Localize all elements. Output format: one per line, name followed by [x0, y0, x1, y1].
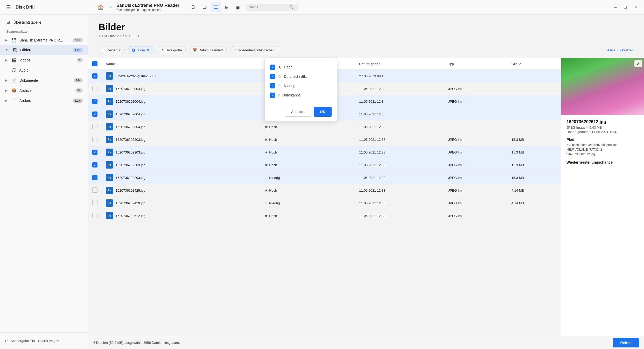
cancel-button[interactable]: Abbruch: [285, 107, 311, 117]
ok-button[interactable]: OK: [314, 107, 332, 117]
minimize-button[interactable]: ─: [611, 4, 619, 11]
file-name: 1620736202203.jpg: [116, 138, 145, 142]
table-row: Ps 1620736202203.jpg ★ Hoch 11.05.2021 1…: [88, 159, 561, 171]
filter-dateigrösse-button[interactable]: 🗋 Dateigröße: [157, 46, 186, 54]
sidebar-item-audio[interactable]: 🎵 Audio: [0, 65, 88, 75]
sandisk-label: SanDisk Extreme PRO R...: [19, 38, 70, 42]
filter-bilder-button[interactable]: 🖼 Bilder ✕: [128, 46, 153, 54]
videos-label: Videos: [19, 58, 74, 62]
status-check-icon: ✓: [110, 5, 113, 9]
checkbox-hoch[interactable]: ✓: [270, 65, 275, 70]
home-button[interactable]: 🏠: [95, 3, 106, 11]
recovery-dropdown: ✓ ★ Hoch ✓ ☆ Durchschnittlich ✓ ☆ Niedri…: [264, 58, 337, 121]
select-all-header[interactable]: [88, 58, 102, 70]
row-checkbox-cell[interactable]: [88, 171, 102, 184]
row-checkbox-cell[interactable]: [88, 95, 102, 108]
filter-wiederherstellung-button[interactable]: ☆ Wiederherstellungschan...: [230, 46, 281, 54]
sidebar-item-overview[interactable]: ⊞ Übersichtstabelle: [0, 17, 88, 27]
row-checkbox-cell[interactable]: [88, 108, 102, 121]
row-checkbox[interactable]: [92, 137, 97, 142]
row-checkbox-cell[interactable]: [88, 197, 102, 210]
close-button[interactable]: ✕: [631, 4, 640, 11]
checkbox-unbekannt[interactable]: ✓: [270, 93, 275, 98]
row-checkbox[interactable]: [92, 150, 97, 155]
sidebar-item-sandisk[interactable]: ▶ 💾 SanDisk Extreme PRO R... 3,7K: [0, 35, 88, 45]
list-view-button[interactable]: ☰: [211, 3, 221, 12]
explorer-icon: 🗁: [5, 339, 9, 343]
row-checkbox-cell[interactable]: [88, 159, 102, 171]
row-checkbox[interactable]: [92, 73, 97, 79]
row-name-cell: Ps 1620736202429.jpg: [102, 184, 260, 197]
row-recovery-cell: ★ Hoch: [260, 146, 355, 159]
show-in-explorer-button[interactable]: 🗁 Scanergebnis in Explorer zeigen: [5, 337, 59, 345]
row-checkbox[interactable]: [92, 187, 97, 193]
file-name: 1620736202004.jpg: [116, 100, 145, 103]
andere-badge: 1,1K: [73, 99, 83, 103]
grid-view-button[interactable]: ⊞: [222, 3, 232, 12]
row-checkbox[interactable]: [92, 99, 97, 104]
col-size-header[interactable]: Größe: [507, 58, 561, 70]
row-checkbox-cell[interactable]: [88, 146, 102, 159]
row-checkbox-cell[interactable]: [88, 82, 102, 95]
checkbox-durchschnittlich[interactable]: ✓: [270, 74, 275, 79]
reset-filters-link[interactable]: Alle zurücksetzen: [607, 48, 634, 52]
search-input[interactable]: [249, 5, 288, 9]
dropdown-row-niedrig[interactable]: ✓ ☆ Niedrig: [270, 81, 332, 90]
col-name-header[interactable]: Name ↓: [102, 58, 260, 70]
titlebar-center: 🏠 ✓ SanDisk Extreme PRO Reader Scan erfo…: [95, 3, 604, 12]
file-name: 1620736202004.jpg: [116, 87, 145, 91]
filter-datum-button[interactable]: 📅 Datum geändert: [189, 46, 227, 54]
folder-view-button[interactable]: 🗁: [200, 3, 210, 12]
panel-meta2: Datum geändert 11.05.2021 12:37: [566, 130, 639, 134]
dropdown-row-durchschnittlich[interactable]: ✓ ☆ Durchschnittlich: [270, 72, 332, 81]
row-checkbox-cell[interactable]: [88, 210, 102, 222]
row-date-cell: 11.05.2021 12:3: [355, 82, 444, 95]
file-view-button[interactable]: 🗋: [188, 3, 199, 12]
expand-icon-dokumente: ▶: [5, 79, 8, 82]
split-view-button[interactable]: ▣: [233, 3, 243, 12]
row-checkbox[interactable]: [92, 124, 97, 129]
sidebar-item-dokumente[interactable]: ▶ 📄 Dokumente 564: [0, 75, 88, 85]
sidebar-item-archive[interactable]: ▶ 📦 Archive 74: [0, 85, 88, 95]
row-checkbox-cell[interactable]: [88, 70, 102, 82]
col-type-header[interactable]: Typ: [444, 58, 507, 70]
dropdown-row-unbekannt[interactable]: ✓ ? Unbekannt: [270, 90, 332, 100]
row-checkbox-cell[interactable]: [88, 184, 102, 197]
other-icon: 📄: [11, 98, 17, 103]
row-checkbox[interactable]: [92, 213, 97, 218]
grid-icon: ⊞: [5, 20, 11, 25]
row-date-cell: 11.05.2021 12:38: [355, 197, 444, 210]
sidebar-item-videos[interactable]: ▶ 🎬 Videos 1: [0, 55, 88, 65]
checkbox-niedrig[interactable]: ✓: [270, 83, 275, 88]
dropdown-unbekannt-label: Unbekannt: [282, 93, 300, 97]
sidebar-footer: 🗁 Scanergebnis in Explorer zeigen: [0, 332, 88, 349]
dropdown-row-hoch[interactable]: ✓ ★ Hoch: [270, 62, 332, 72]
row-checkbox[interactable]: [92, 111, 97, 117]
view-toolbar: 🗋 🗁 ☰ ⊞ ▣: [188, 3, 243, 12]
status-text: 6 Dateien (59.0 MB) ausgewählt, 3656 Dat…: [93, 341, 180, 345]
row-name-cell: Ps 1620736202203.jpg: [102, 171, 260, 184]
col-date-header[interactable]: Datum geänd...: [355, 58, 444, 70]
row-recovery-cell: ☆ Niedrig: [260, 171, 355, 184]
maximize-button[interactable]: □: [621, 4, 629, 11]
hamburger-button[interactable]: ☰: [4, 3, 13, 11]
row-checkbox[interactable]: [92, 200, 97, 205]
sidebar-item-bilder[interactable]: ▼ 🖼 Bilder 1,9K: [0, 45, 88, 55]
row-size-cell: 4.14 MB: [507, 184, 561, 197]
row-checkbox[interactable]: [92, 162, 97, 167]
file-type-icon: Ps: [106, 149, 113, 156]
row-checkbox-cell[interactable]: [88, 121, 102, 133]
filter-show-button[interactable]: ☰ Zeigen ▾: [99, 46, 125, 54]
filter-dateigrösse-label: Dateigröße: [165, 48, 182, 52]
row-checkbox-cell[interactable]: [88, 133, 102, 146]
open-preview-button[interactable]: ⤢: [634, 60, 642, 67]
select-all-checkbox[interactable]: [92, 61, 97, 66]
device-status: Scan erfolgreich abgeschlossen: [116, 8, 179, 12]
row-checkbox[interactable]: [92, 86, 97, 91]
filter-icon: ☰: [102, 48, 106, 52]
dropdown-hoch-label: Hoch: [284, 65, 292, 69]
sidebar-item-andere[interactable]: ▶ 📄 Andere 1,1K: [0, 95, 88, 106]
row-checkbox[interactable]: [92, 175, 97, 180]
recover-button[interactable]: Retten: [613, 338, 639, 347]
row-date-cell: 11.05.2021 12:38: [355, 159, 444, 171]
